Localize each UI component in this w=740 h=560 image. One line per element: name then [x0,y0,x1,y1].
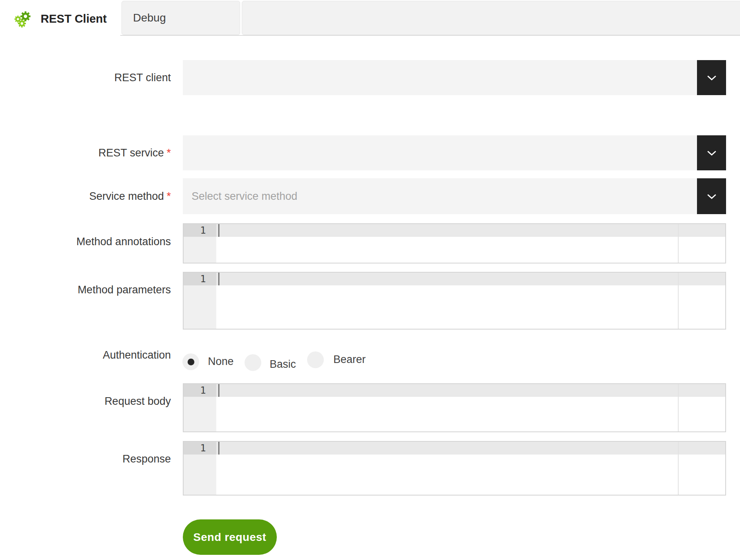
chevron-down-icon [707,75,717,80]
print-margin-line [678,442,679,495]
method-parameters-label: Method parameters [78,283,171,296]
active-line-highlight [184,224,725,237]
print-margin-line [678,224,679,263]
chevron-down-icon [707,194,717,199]
required-asterisk: * [166,190,171,202]
rest-client-label: REST client [114,71,171,84]
chevron-down-icon [707,150,717,156]
response-label: Response [122,453,171,465]
rest-service-dropdown-button[interactable] [697,135,726,170]
tabstrip-filler [242,1,740,35]
line-number: 1 [184,442,216,455]
active-line-highlight [184,442,725,455]
rest-client-select[interactable] [183,60,726,95]
send-request-label: Send request [193,531,266,544]
rest-client-dropdown-button[interactable] [697,60,726,95]
active-line-highlight [184,384,725,397]
request-body-label: Request body [104,395,171,408]
tab-rest-client[interactable]: REST Client [0,0,120,38]
text-cursor [218,273,219,285]
authentication-label: Authentication [103,349,171,361]
service-method-placeholder: Select service method [192,190,298,203]
send-request-button[interactable]: Send request [183,519,277,555]
radio-none[interactable] [182,353,199,370]
rest-service-label: REST service* [98,146,171,159]
service-method-label: Service method* [89,190,171,203]
text-cursor [218,224,219,237]
method-parameters-editor[interactable]: 1 [183,272,726,330]
method-annotations-editor[interactable]: 1 [183,223,726,263]
tab-rest-client-label: REST Client [41,12,107,25]
rest-client-page: REST Client Debug REST client REST servi… [0,0,740,560]
rest-service-select[interactable] [183,135,726,170]
tabstrip-border [120,35,740,36]
radio-none-label[interactable]: None [208,355,234,368]
gears-icon [14,10,32,28]
request-body-editor[interactable]: 1 [183,383,726,432]
text-cursor [218,384,219,397]
print-margin-line [678,384,679,431]
radio-basic[interactable] [245,354,261,371]
text-cursor [218,442,219,455]
radio-selected-dot [188,359,194,365]
required-asterisk: * [166,147,171,159]
service-method-select[interactable]: Select service method [183,178,726,214]
print-margin-line [678,273,679,329]
method-annotations-label: Method annotations [76,235,171,248]
radio-bearer-label[interactable]: Bearer [333,353,366,366]
active-line-highlight [184,273,725,285]
tab-debug[interactable]: Debug [121,1,240,35]
line-number: 1 [184,224,216,237]
service-method-dropdown-button[interactable] [697,178,726,214]
response-editor[interactable]: 1 [183,441,726,496]
radio-basic-label[interactable]: Basic [270,358,296,371]
line-number: 1 [184,273,216,285]
line-number: 1 [184,384,216,397]
tab-debug-label: Debug [133,12,166,24]
radio-bearer[interactable] [307,351,324,368]
